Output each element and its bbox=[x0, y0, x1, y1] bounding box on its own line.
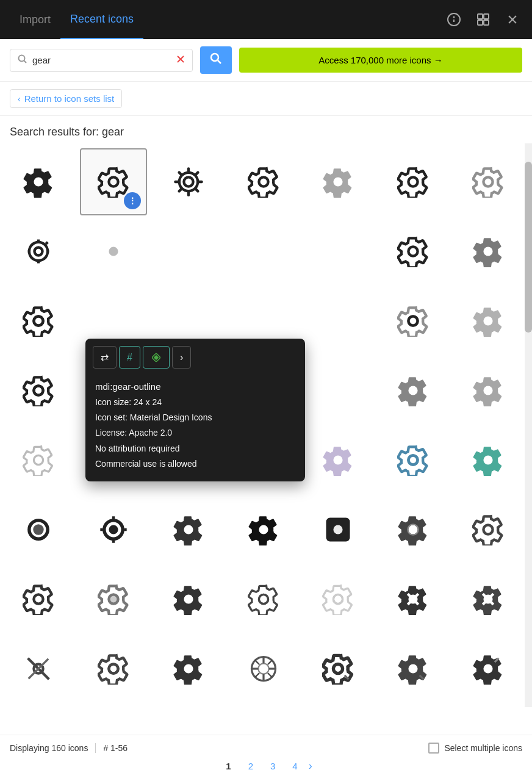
icon-cell[interactable] bbox=[5, 496, 72, 563]
icon-cell[interactable] bbox=[455, 426, 522, 494]
search-input[interactable] bbox=[32, 55, 171, 65]
swap-icon: ⇄ bbox=[101, 351, 109, 363]
recent-icons-tab-label: Recent icons bbox=[70, 13, 134, 26]
icon-cell[interactable] bbox=[80, 635, 147, 702]
svg-point-16 bbox=[179, 173, 198, 191]
svg-point-15 bbox=[184, 177, 193, 186]
icon-cell[interactable] bbox=[304, 496, 372, 563]
layout-icon[interactable] bbox=[473, 10, 493, 29]
search-button[interactable] bbox=[200, 46, 232, 74]
tooltip-swap-button[interactable]: ⇄ bbox=[93, 346, 117, 369]
tooltip-icon-id: mdi:gear-outline bbox=[95, 378, 295, 395]
svg-line-50 bbox=[255, 673, 259, 677]
icon-cell[interactable] bbox=[5, 357, 72, 424]
icon-cell[interactable] bbox=[379, 635, 447, 702]
import-tab-label: Import bbox=[20, 13, 51, 26]
icon-cell[interactable] bbox=[155, 566, 222, 633]
icon-cell[interactable] bbox=[304, 635, 372, 702]
icon-cell[interactable] bbox=[230, 566, 297, 633]
icon-cell[interactable] bbox=[379, 218, 447, 285]
icon-cell[interactable] bbox=[155, 635, 222, 702]
tooltip-info: mdi:gear-outline Icon size: 24 x 24 Icon… bbox=[85, 373, 305, 481]
icon-cell[interactable] bbox=[455, 566, 522, 633]
icon-cell[interactable] bbox=[5, 566, 72, 633]
footer-displaying: Displaying 160 icons bbox=[10, 743, 88, 753]
tab-recent-icons[interactable]: Recent icons bbox=[60, 0, 143, 39]
icon-cell[interactable] bbox=[379, 357, 447, 424]
svg-point-28 bbox=[184, 526, 192, 534]
svg-point-18 bbox=[29, 242, 48, 261]
svg-rect-54 bbox=[154, 355, 159, 359]
icon-cell[interactable] bbox=[230, 148, 297, 215]
icon-cell[interactable] bbox=[455, 218, 522, 285]
icon-cell[interactable] bbox=[455, 635, 522, 702]
icon-cell[interactable] bbox=[379, 426, 447, 494]
icon-cell[interactable] bbox=[304, 357, 372, 424]
svg-rect-5 bbox=[478, 20, 483, 25]
tooltip-license: License: Apache 2.0 bbox=[95, 425, 295, 441]
icon-cell[interactable] bbox=[5, 635, 72, 702]
icon-cell[interactable] bbox=[455, 357, 522, 424]
tooltip-arrow-button[interactable]: › bbox=[172, 346, 191, 369]
tooltip-dots-button[interactable]: ⋮ bbox=[124, 192, 141, 209]
footer-row1: Displaying 160 icons # 1-56 Select multi… bbox=[10, 743, 522, 754]
tooltip-size: Icon size: 24 x 24 bbox=[95, 395, 295, 410]
access-more-button[interactable]: Access 170,000 more icons → bbox=[239, 48, 522, 73]
icon-cell[interactable] bbox=[230, 218, 297, 285]
access-label: Access 170,000 more icons → bbox=[318, 55, 442, 65]
icon-cell[interactable] bbox=[379, 148, 447, 215]
hash-icon: # bbox=[127, 352, 132, 363]
icon-cell[interactable] bbox=[304, 566, 372, 633]
icon-cell[interactable] bbox=[80, 218, 147, 285]
svg-point-24 bbox=[33, 524, 43, 534]
arrow-icon: › bbox=[180, 352, 183, 363]
icon-cell[interactable] bbox=[379, 566, 447, 633]
return-label: Return to icon sets list bbox=[24, 93, 115, 104]
icon-cell-selected[interactable]: ⋮ bbox=[80, 148, 147, 215]
footer-display-info: Displaying 160 icons # 1-56 bbox=[10, 743, 128, 753]
clear-search-button[interactable] bbox=[176, 55, 185, 66]
scrollbar-thumb[interactable] bbox=[525, 162, 532, 333]
tooltip-diamond-button[interactable] bbox=[143, 346, 170, 369]
icon-cell[interactable] bbox=[230, 635, 297, 702]
tooltip-hash-button[interactable]: # bbox=[119, 346, 140, 369]
tooltip-popup: ⇄ # › mdi:gear-outline Icon size: 24 x 2… bbox=[85, 339, 305, 481]
icon-cell[interactable] bbox=[80, 566, 147, 633]
icon-cell[interactable] bbox=[230, 496, 297, 563]
icon-cell[interactable] bbox=[155, 148, 222, 215]
icon-cell[interactable] bbox=[304, 287, 372, 355]
icon-cell[interactable] bbox=[304, 148, 372, 215]
tooltip-icon-set: Icon set: Material Design Icons bbox=[95, 410, 295, 425]
icon-cell[interactable] bbox=[304, 218, 372, 285]
icon-cell[interactable] bbox=[379, 496, 447, 563]
icon-cell[interactable] bbox=[5, 426, 72, 494]
tab-import[interactable]: Import bbox=[10, 0, 60, 39]
page-3-button[interactable]: 3 bbox=[264, 758, 281, 774]
icon-cell[interactable] bbox=[5, 218, 72, 285]
svg-point-9 bbox=[19, 55, 25, 61]
select-multiple-checkbox[interactable] bbox=[428, 743, 439, 754]
svg-line-14 bbox=[218, 60, 221, 63]
svg-point-30 bbox=[411, 527, 416, 533]
icon-cell[interactable] bbox=[80, 496, 147, 563]
page-4-button[interactable]: 4 bbox=[286, 758, 303, 774]
page-2-button[interactable]: 2 bbox=[242, 758, 259, 774]
icon-cell[interactable] bbox=[155, 218, 222, 285]
icon-cell[interactable] bbox=[155, 496, 222, 563]
icon-cell[interactable] bbox=[379, 287, 447, 355]
close-icon[interactable] bbox=[503, 10, 522, 29]
icon-cell[interactable] bbox=[455, 287, 522, 355]
return-bar: ‹ Return to icon sets list bbox=[0, 82, 532, 116]
icon-cell[interactable] bbox=[455, 496, 522, 563]
icon-cell[interactable] bbox=[5, 148, 72, 215]
page-next-arrow[interactable]: › bbox=[309, 760, 312, 772]
tooltip-action-bar: ⇄ # › bbox=[85, 339, 305, 373]
page-1-button[interactable]: 1 bbox=[220, 758, 237, 774]
icon-cell[interactable] bbox=[304, 426, 372, 494]
return-to-icon-sets-button[interactable]: ‹ Return to icon sets list bbox=[10, 89, 122, 108]
scrollbar[interactable] bbox=[525, 143, 532, 707]
info-icon[interactable] bbox=[444, 10, 464, 29]
search-box bbox=[10, 49, 193, 72]
icon-cell[interactable] bbox=[455, 148, 522, 215]
icon-cell[interactable] bbox=[5, 287, 72, 355]
